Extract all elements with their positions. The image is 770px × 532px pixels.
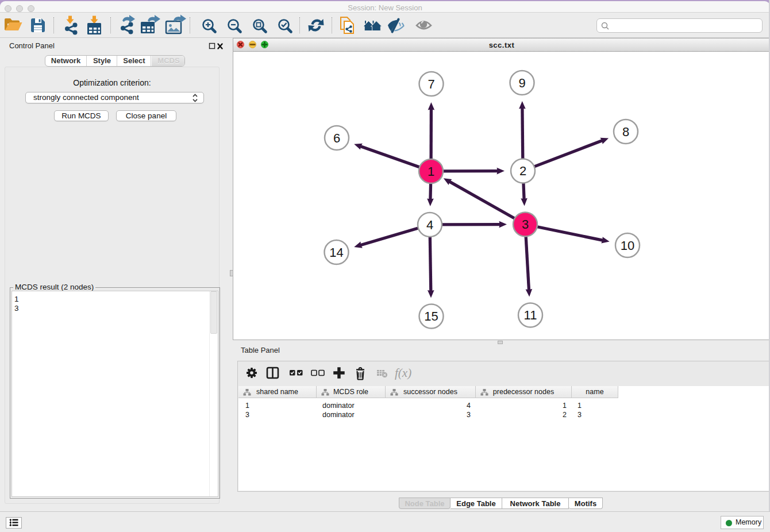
svg-text:3: 3 — [522, 217, 529, 232]
svg-text:14: 14 — [329, 245, 343, 260]
svg-text:7: 7 — [428, 77, 434, 91]
svg-text:6: 6 — [333, 131, 340, 145]
svg-text:1: 1 — [428, 164, 434, 179]
svg-text:9: 9 — [518, 76, 525, 90]
svg-text:8: 8 — [622, 125, 629, 139]
svg-text:f(x): f(x) — [395, 366, 411, 380]
svg-text:10: 10 — [621, 238, 634, 253]
svg-text:4: 4 — [426, 218, 433, 232]
svg-text:11: 11 — [524, 308, 537, 322]
svg-text:15: 15 — [424, 309, 438, 323]
svg-text:2: 2 — [519, 164, 526, 178]
